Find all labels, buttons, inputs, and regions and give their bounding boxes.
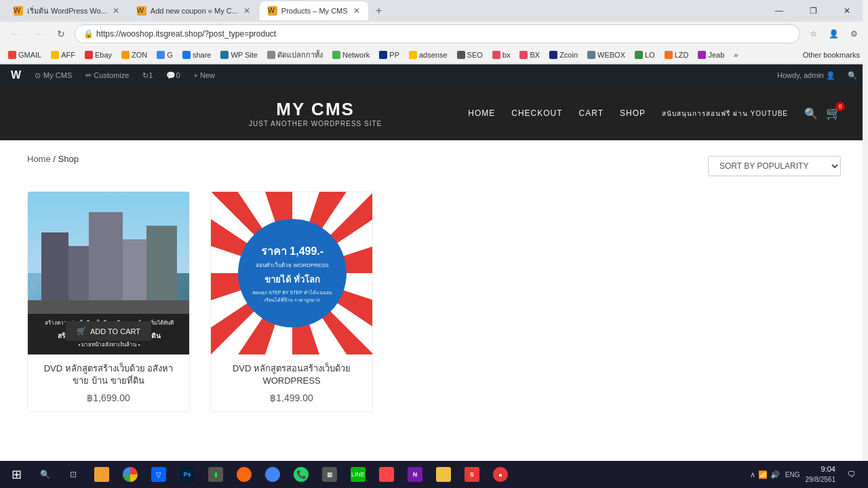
extension-icon[interactable]: ⚙ [845,25,863,43]
bm-network[interactable]: Network [328,49,374,60]
tab-3[interactable]: W Products – My CMS ✕ [260,1,368,20]
sort-select[interactable]: SORT BY POPULARITY Sort by latest Sort b… [708,156,841,176]
forward-button[interactable]: → [28,24,47,43]
bm-BX[interactable]: BX [515,49,544,60]
profile-icon[interactable]: 👤 [825,25,842,43]
taskmgr-icon: ▮ [208,467,223,482]
bm-jeab[interactable]: Jeab [694,49,728,60]
bm-lzd[interactable]: LZD [660,49,693,60]
nav-shop[interactable]: SHOP [620,108,646,118]
address-bar: ← → ↻ 🔒 https://wooshop.itsgreat.shop/?p… [0,22,868,46]
zcoin-icon [549,51,557,59]
breadcrumb: Home / Shop [27,154,79,164]
tab-2-close[interactable]: ✕ [243,6,250,16]
bm-more[interactable]: » [730,49,742,60]
screenrec-button[interactable]: ● [487,461,514,488]
chrome-button[interactable] [117,461,144,488]
bm-lo[interactable]: LO [631,49,659,60]
nav-home[interactable]: HOME [468,108,495,118]
firefox-button[interactable] [231,461,258,488]
tab-1-close[interactable]: ✕ [113,6,119,16]
start-button[interactable]: ⊞ [3,461,30,488]
address-icons: ☆ 👤 ⚙ [804,25,863,43]
wp-customize[interactable]: ✏ Customize [80,64,134,86]
onenote-button[interactable]: N [401,461,429,488]
tray-network-icon[interactable]: 📶 [758,470,768,479]
bm-pp[interactable]: PP [375,49,403,60]
tab-1[interactable]: W เริ่มต้น WordPress Wo... ✕ [5,1,127,20]
bm-g[interactable]: G [153,49,177,60]
lzd-icon [665,51,673,59]
wp-comments[interactable]: ↻ 1 [137,64,158,86]
ps-button[interactable]: Ps [174,461,201,488]
search-taskbar[interactable]: 🔍 [31,461,58,488]
task-view-button[interactable]: ⊡ [60,461,87,488]
scrollbar[interactable] [863,0,868,488]
nav-checkout[interactable]: CHECKOUT [511,108,562,118]
wp-updates[interactable]: 💬 0 [161,64,185,86]
chrome-dl-button[interactable] [373,461,400,488]
taskbar-tray: ∧ 📶 🔊 [750,470,780,479]
bm-share[interactable]: share [178,49,216,60]
bm-aff[interactable]: AFF [47,49,79,60]
bm-zon[interactable]: ZON [117,49,151,60]
bm-gmail[interactable]: GMAIL [4,49,45,60]
wp-logo[interactable]: W [5,69,26,81]
tab-3-close[interactable]: ✕ [353,6,360,16]
lang-indicator[interactable]: ENG [783,471,803,479]
wp-howdy[interactable]: Howdy, admin 👤 [772,71,841,80]
taskbar-search-icon: 🔍 [37,467,52,482]
breadcrumb-separator: / [53,154,56,164]
bm-zcoin[interactable]: Zcoin [545,49,582,60]
tab-2[interactable]: W Add new coupon « My C... ✕ [129,1,258,20]
wp-my-cms[interactable]: ⊙My CMS [29,64,77,86]
bm-webox[interactable]: WEBOX [583,49,629,60]
dropbox-button[interactable]: ▽ [145,461,172,488]
bm-adsense[interactable]: adsense [405,49,452,60]
file-explorer-button[interactable] [88,461,115,488]
calc-button[interactable]: ▦ [316,461,343,488]
tray-volume-icon[interactable]: 🔊 [770,470,780,479]
product-card-1[interactable]: สร้างความน่าเชื่อถือ เป็นมืออาชีพ ลงทุนน… [27,191,190,412]
webox-icon [587,51,595,59]
breadcrumb-home[interactable]: Home [27,154,51,164]
ebay-icon [85,51,93,59]
tab-2-label: Add new coupon « My C... [151,7,238,15]
close-button[interactable]: ✕ [831,0,863,22]
product-card-2[interactable]: .ray-red{fill:#e53935;}.ray-white{fill:#… [210,191,373,412]
maximize-button[interactable]: ❐ [797,0,829,22]
new-tab-button[interactable]: + [370,1,389,20]
bm-bx[interactable]: bx [488,49,515,60]
dropbox-icon: ▽ [151,467,166,482]
file-explorer-icon [94,467,109,482]
chrome2-button[interactable] [259,461,286,488]
tray-up-icon[interactable]: ∧ [750,470,755,479]
notifications-button[interactable]: 🗨 [838,461,865,488]
bookmark-star-icon[interactable]: ☆ [804,25,822,43]
phone-button[interactable]: 📞 [288,461,315,488]
bm-wpsite[interactable]: WP Site [216,49,262,60]
cart-icon-wrap[interactable]: 🛒 0 [826,106,841,121]
wp-new[interactable]: + New [189,64,221,86]
url-text: https://wooshop.itsgreat.shop/?post_type… [96,29,276,39]
line-button[interactable]: LINE [344,461,372,488]
bm-thai[interactable]: ดัดแปลกกาทั้ง [263,47,327,62]
add-to-cart-button-1[interactable]: 🛒 ADD TO CART [66,321,151,341]
minimize-button[interactable]: — [764,0,795,22]
refresh-button[interactable]: ↻ [52,24,71,43]
taskmgr-button[interactable]: ▮ [202,461,229,488]
back-button[interactable]: ← [5,24,24,43]
site-nav: HOME CHECKOUT CART SHOP สนับสนุนการสอนฟร… [468,106,841,121]
search-icon[interactable]: 🔍 [804,107,818,120]
tab-3-label: Products – My CMS [281,7,348,15]
wp-search-button[interactable]: 🔍 [842,64,863,86]
bm-other[interactable]: Other bookmarks [799,49,864,60]
nav-youtube[interactable]: สนับสนุนการสอนฟรี ผ่าน YOUTUBE [662,108,788,119]
bm-ebay[interactable]: Ebay [81,49,116,60]
nav-cart[interactable]: CART [579,108,604,118]
url-bar[interactable]: 🔒 https://wooshop.itsgreat.shop/?post_ty… [75,24,800,43]
tab-1-label: เริ่มต้น WordPress Wo... [27,5,107,17]
slides-button[interactable]: S [458,461,486,488]
bm-seo[interactable]: SEO [453,49,487,60]
stickynotes-button[interactable] [430,461,457,488]
